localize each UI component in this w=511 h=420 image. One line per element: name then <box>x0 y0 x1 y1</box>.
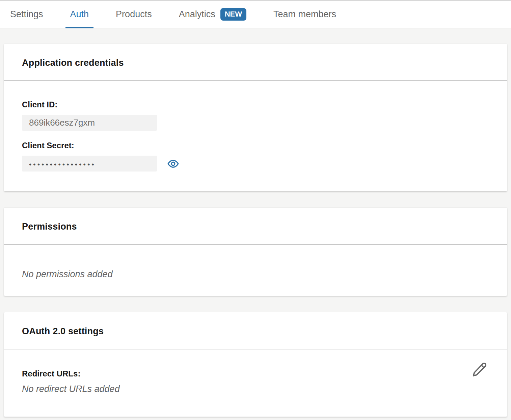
permissions-body: No permissions added <box>4 245 507 296</box>
auth-tab-content: Application credentials Client ID: Clien… <box>0 28 511 417</box>
oauth-settings-card: OAuth 2.0 settings Redirect URLs: No red… <box>4 312 507 417</box>
application-credentials-card: Application credentials Client ID: Clien… <box>4 44 507 191</box>
tab-products[interactable]: Products <box>116 1 152 28</box>
oauth-settings-header: OAuth 2.0 settings <box>4 312 507 349</box>
tab-team-members-label: Team members <box>273 9 336 20</box>
client-id-field[interactable] <box>22 115 157 131</box>
client-secret-row <box>22 156 489 172</box>
eye-icon <box>167 158 179 169</box>
pencil-icon <box>472 362 487 377</box>
tab-auth[interactable]: Auth <box>70 1 89 28</box>
permissions-card: Permissions No permissions added <box>4 208 507 296</box>
application-credentials-body: Client ID: Client Secret: <box>4 81 507 191</box>
app-tab-bar: Settings Auth Products Analytics NEW Tea… <box>0 0 511 28</box>
redirect-urls-label: Redirect URLs: <box>22 369 489 378</box>
reveal-secret-button[interactable] <box>167 158 179 169</box>
new-badge: NEW <box>220 8 246 21</box>
client-id-label: Client ID: <box>22 100 489 109</box>
permissions-header: Permissions <box>4 208 507 245</box>
application-credentials-header: Application credentials <box>4 44 507 81</box>
tab-auth-label: Auth <box>70 9 89 20</box>
application-credentials-title: Application credentials <box>22 58 489 68</box>
redirect-urls-empty-text: No redirect URLs added <box>22 384 489 394</box>
tab-settings[interactable]: Settings <box>10 1 43 28</box>
oauth-settings-body: Redirect URLs: No redirect URLs added <box>4 349 507 417</box>
tab-products-label: Products <box>116 9 152 20</box>
client-secret-label: Client Secret: <box>22 141 489 150</box>
tab-settings-label: Settings <box>10 9 43 20</box>
active-tab-underline <box>65 27 94 28</box>
permissions-title: Permissions <box>22 221 489 232</box>
oauth-settings-title: OAuth 2.0 settings <box>22 326 489 337</box>
tab-analytics[interactable]: Analytics NEW <box>179 1 246 28</box>
tab-analytics-label: Analytics <box>179 9 215 20</box>
tab-team-members[interactable]: Team members <box>273 1 336 28</box>
edit-redirect-urls-button[interactable] <box>472 362 487 377</box>
client-secret-field[interactable] <box>22 156 157 172</box>
permissions-empty-text: No permissions added <box>22 269 489 280</box>
